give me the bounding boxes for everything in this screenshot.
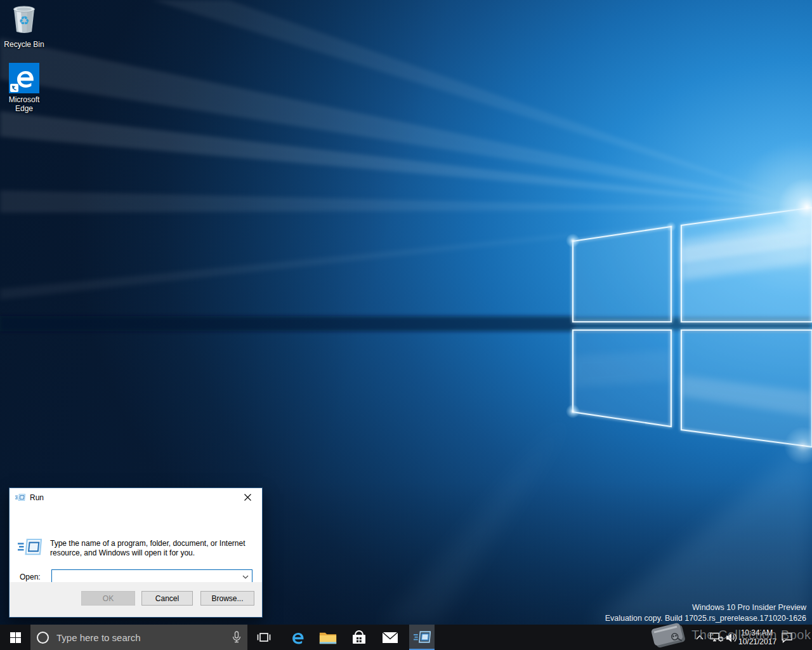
browse-button[interactable]: Browse...: [200, 591, 254, 606]
recycle-bin-icon: ♻: [0, 4, 48, 38]
edge-icon: [289, 629, 306, 646]
svg-text:♻: ♻: [18, 14, 29, 27]
network-tray-button[interactable]: [708, 625, 724, 650]
windows-logo-icon: [10, 632, 21, 643]
taskbar-app-file-explorer[interactable]: [315, 625, 341, 650]
run-icon: [15, 493, 25, 501]
close-button[interactable]: [233, 488, 262, 507]
run-dialog-message: Type the name of a program, folder, docu…: [50, 539, 253, 558]
desktop-screen: ♻ Recycle Bin Microsoft Edge Windows 10 …: [0, 0, 812, 650]
volume-icon: [726, 633, 738, 642]
desktop-icon-label: Recycle Bin: [0, 40, 48, 49]
taskbar-app-mail[interactable]: [377, 625, 403, 650]
edge-tile-icon: [9, 63, 39, 93]
taskbar-app-edge[interactable]: [284, 625, 310, 650]
version-watermark-line2: Evaluation copy. Build 17025.rs_prerelea…: [605, 613, 806, 624]
action-center-button[interactable]: [776, 625, 797, 650]
network-icon: [710, 632, 723, 643]
desktop-icon-recycle-bin[interactable]: ♻ Recycle Bin: [0, 4, 48, 49]
taskbar-app-store[interactable]: [346, 625, 372, 650]
clock-time: 10:34 AM: [738, 628, 775, 637]
run-dialog-body: Type the name of a program, folder, docu…: [10, 507, 262, 583]
chevron-up-icon: [696, 635, 704, 640]
cortana-icon: [37, 632, 49, 644]
search-box[interactable]: [30, 625, 247, 650]
store-bag-icon: [351, 629, 367, 646]
task-view-icon: [257, 632, 271, 643]
version-watermark: Windows 10 Pro Insider Preview Evaluatio…: [605, 602, 806, 624]
taskbar: 10:34 AM 10/21/2017: [0, 625, 812, 650]
clock[interactable]: 10:34 AM 10/21/2017: [738, 625, 775, 650]
run-dialog-titlebar[interactable]: Run: [10, 488, 262, 507]
version-watermark-line1: Windows 10 Pro Insider Preview: [605, 602, 806, 613]
action-center-icon: [781, 632, 793, 643]
volume-tray-button[interactable]: [724, 625, 740, 650]
task-view-button[interactable]: [251, 625, 277, 650]
microphone-icon[interactable]: [226, 631, 247, 644]
cancel-button[interactable]: Cancel: [141, 591, 193, 606]
chevron-down-icon[interactable]: [239, 575, 252, 579]
taskbar-app-run[interactable]: [409, 625, 435, 650]
desktop-icon-microsoft-edge[interactable]: Microsoft Edge: [0, 63, 48, 113]
run-dialog-footer: OK Cancel Browse...: [10, 582, 262, 617]
run-dialog: Run Type the name of a program, folder, …: [9, 488, 263, 618]
folder-icon: [319, 630, 337, 645]
clock-date: 10/21/2017: [738, 637, 775, 646]
search-input[interactable]: [56, 632, 226, 643]
ok-button[interactable]: OK: [81, 591, 135, 606]
open-input[interactable]: [52, 573, 239, 581]
run-dialog-icon: [18, 537, 42, 557]
close-icon: [244, 494, 251, 501]
show-hidden-icons-button[interactable]: [693, 625, 707, 650]
run-window-icon: [414, 630, 431, 644]
start-button[interactable]: [0, 625, 30, 650]
dialog-title: Run: [30, 493, 44, 502]
mail-envelope-icon: [382, 632, 398, 644]
desktop-icon-label: Microsoft Edge: [0, 95, 48, 113]
open-label: Open:: [20, 573, 41, 581]
shortcut-arrow-icon: [10, 84, 18, 92]
